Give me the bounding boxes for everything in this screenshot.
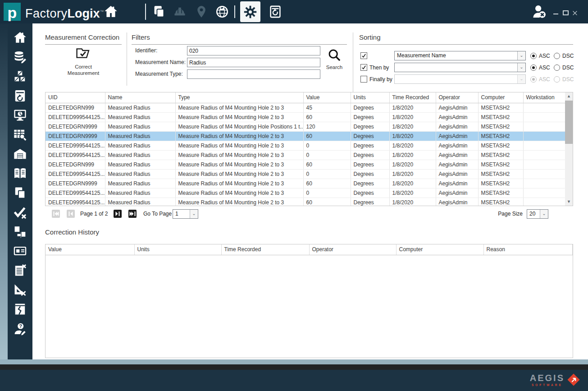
column-header[interactable]: Reason <box>483 244 573 255</box>
table-row[interactable]: DELETED999544125...Measured RadiusMeasur… <box>46 188 566 198</box>
sort-enabled-checkbox[interactable] <box>360 64 367 71</box>
table-row[interactable]: DELETEDGRN9999Measured RadiusMeasure Rad… <box>46 122 566 131</box>
dsc-radio[interactable] <box>554 64 560 71</box>
table-row[interactable]: DELETEDGRN9999Measured RadiusMeasure Rad… <box>46 131 566 141</box>
sort-field-value: Measurement Name <box>397 51 446 60</box>
id-card-icon[interactable] <box>13 244 28 258</box>
table-row[interactable]: DELETEDGRN999Measured RadiusMeasure Radi… <box>46 103 566 112</box>
table-cell: 45 <box>303 103 351 112</box>
column-header[interactable]: Name <box>105 92 175 103</box>
globe-icon[interactable] <box>215 5 229 18</box>
page-size-select[interactable]: 20 ⌄ <box>527 209 548 219</box>
vertical-scrollbar[interactable]: ▲ ▼ <box>565 92 573 206</box>
backup-restore-icon[interactable] <box>269 5 282 18</box>
table-row[interactable]: DELETED999544125...Measured RadiusMeasur… <box>46 141 566 150</box>
chevron-down-icon[interactable]: ⌄ <box>190 210 198 218</box>
documentation-book-icon[interactable] <box>13 166 28 181</box>
table-cell: Degrees <box>351 141 389 150</box>
table-cell: 60 <box>303 198 351 206</box>
table-cell: 1/8/2020 <box>389 131 436 141</box>
measurements-table: UIDNameTypeValueUnitsTime RecordedOperat… <box>45 92 573 206</box>
goto-page-label: Go To Page <box>143 208 172 219</box>
column-header[interactable]: Workstation <box>523 92 566 103</box>
search-label: Search <box>320 64 348 70</box>
asc-radio[interactable] <box>530 53 537 59</box>
column-header[interactable]: Computer <box>478 92 523 103</box>
close-button[interactable] <box>572 10 579 16</box>
dashboard-monitor-icon[interactable] <box>13 108 28 123</box>
column-header[interactable]: Computer <box>396 244 483 255</box>
correct-measurement-button[interactable]: Correct Measurement <box>45 46 122 76</box>
column-header[interactable]: Operator <box>309 244 396 255</box>
scroll-down-icon[interactable]: ▼ <box>565 198 573 206</box>
table-cell: Measured Radius <box>105 188 175 198</box>
table-row[interactable]: DELETEDGRN9999Measured RadiusMeasure Rad… <box>46 179 566 188</box>
table-row[interactable]: DELETED999544125...Measured RadiusMeasur… <box>46 112 566 122</box>
approve-reject-icon[interactable] <box>13 205 28 220</box>
chevron-down-icon[interactable]: ⌄ <box>517 75 525 83</box>
dsc-radio[interactable] <box>554 53 560 59</box>
goto-page-select[interactable]: 1 ⌄ <box>173 209 198 219</box>
toolbar-divider <box>234 5 235 18</box>
chevron-down-icon[interactable]: ⌄ <box>517 51 525 60</box>
chevron-down-icon[interactable]: ⌄ <box>517 63 525 72</box>
maximize-button[interactable] <box>562 10 570 16</box>
logout-user-icon[interactable] <box>531 4 548 21</box>
pages-icon[interactable] <box>152 5 166 18</box>
table-row[interactable]: DELETEDGRN999Measured RadiusMeasure Radi… <box>46 160 566 169</box>
measurement-correction-icon[interactable] <box>13 282 28 297</box>
chevron-down-icon[interactable]: ⌄ <box>540 210 548 218</box>
column-header[interactable]: Value <box>303 92 351 103</box>
search-button[interactable]: Search <box>320 48 348 70</box>
next-page-button[interactable] <box>114 210 122 218</box>
copy-pages-icon[interactable] <box>13 185 28 200</box>
scroll-up-icon[interactable]: ▲ <box>565 92 573 100</box>
scrollbar-thumb[interactable] <box>565 101 573 144</box>
column-header[interactable]: Type <box>175 92 303 103</box>
table-cell: 1/8/2020 <box>389 150 436 160</box>
last-page-button[interactable] <box>128 210 137 218</box>
data-query-icon[interactable] <box>13 127 28 142</box>
previous-page-button[interactable] <box>67 210 75 218</box>
measurement-type-input[interactable] <box>187 69 320 79</box>
table-cell: Measure Radius of M4 Mounting Hole 2 to … <box>175 141 303 150</box>
asc-radio[interactable] <box>530 76 537 83</box>
identifier-input[interactable] <box>187 46 320 55</box>
history-book-icon[interactable] <box>13 88 28 103</box>
column-header[interactable]: Value <box>46 244 134 255</box>
table-row[interactable]: DELETED999544125...Measured RadiusMeasur… <box>46 169 566 179</box>
material-boxes-icon[interactable] <box>13 69 28 84</box>
split-document-icon[interactable] <box>13 302 28 317</box>
checklist-remove-icon[interactable] <box>13 263 28 278</box>
table-cell: 60 <box>303 179 351 188</box>
warehouse-icon[interactable] <box>13 147 28 161</box>
home-icon[interactable] <box>13 30 28 45</box>
sort-field-dropdown[interactable]: ⌄ <box>394 63 526 72</box>
minimize-button[interactable] <box>552 10 560 16</box>
sort-enabled-checkbox[interactable] <box>360 76 367 83</box>
column-header[interactable]: Units <box>351 92 389 103</box>
column-header[interactable]: UID <box>46 92 105 103</box>
asc-radio[interactable] <box>530 64 537 71</box>
column-header[interactable]: Time Recorded <box>221 244 309 255</box>
table-cell: AegisAdmin <box>436 150 478 160</box>
operator-help-icon[interactable]: ? <box>13 321 28 336</box>
column-header[interactable]: Time Recorded <box>389 92 436 103</box>
settings-gear-icon[interactable] <box>240 1 260 22</box>
sort-enabled-checkbox[interactable] <box>360 52 367 59</box>
table-cell: Measured Radius <box>105 150 175 160</box>
column-header[interactable]: Operator <box>436 92 478 103</box>
asc-label: ASC <box>539 74 550 84</box>
location-pin-icon <box>195 5 208 18</box>
sort-field-dropdown[interactable]: ⌄ <box>394 74 526 84</box>
first-page-button[interactable] <box>52 210 60 218</box>
table-row[interactable]: DELETED999544125...Measured RadiusMeasur… <box>46 150 566 160</box>
transfer-icon[interactable] <box>13 224 28 239</box>
measurement-name-input[interactable] <box>187 58 320 67</box>
home-icon[interactable] <box>104 5 118 19</box>
database-edit-icon[interactable] <box>13 50 28 64</box>
table-row[interactable]: DELETED999544125...Measured RadiusMeasur… <box>46 198 566 206</box>
dsc-radio[interactable] <box>554 76 560 83</box>
sort-field-dropdown[interactable]: Measurement Name⌄ <box>394 51 526 60</box>
column-header[interactable]: Units <box>134 244 221 255</box>
